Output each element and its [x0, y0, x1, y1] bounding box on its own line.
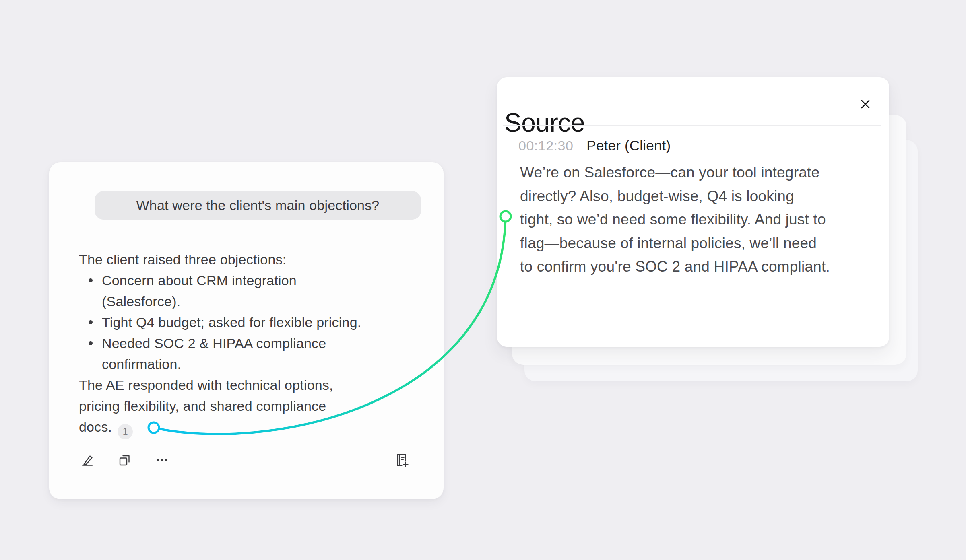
question-text: What were the client's main objections?	[136, 198, 380, 213]
answer-closing-text: The AE responded with technical options,…	[79, 377, 333, 434]
question-bubble: What were the client's main objections?	[95, 191, 421, 220]
answer-text-block: The client raised three objections: Conc…	[79, 249, 433, 439]
more-options-button[interactable]	[154, 453, 170, 469]
add-to-notes-button[interactable]	[394, 453, 410, 469]
copy-button[interactable]	[117, 453, 133, 469]
answer-bullet-item: Concern about CRM integration (Salesforc…	[79, 270, 433, 312]
timestamp: 00:12:30	[518, 138, 573, 154]
chat-answer-card: What were the client's main objections? …	[49, 162, 444, 499]
source-quote-text: We’re on Salesforce—can your tool integr…	[520, 161, 870, 279]
answer-bullet-item: Tight Q4 budget; asked for flexible pric…	[79, 312, 433, 333]
source-meta-row: 00:12:30 Peter (Client)	[518, 138, 671, 154]
citation-badge[interactable]: 1	[118, 424, 133, 439]
close-icon	[860, 99, 871, 111]
copy-icon	[118, 453, 132, 468]
pencil-icon	[81, 453, 95, 468]
close-button[interactable]	[857, 96, 874, 113]
page-background: What were the client's main objections? …	[0, 0, 966, 560]
ellipsis-icon	[155, 453, 169, 468]
edit-button[interactable]	[80, 453, 96, 469]
answer-bullet-list: Concern about CRM integration (Salesforc…	[79, 270, 433, 375]
answer-bullet-item: Needed SOC 2 & HIPAA compliance confirma…	[79, 333, 433, 375]
answer-intro: The client raised three objections:	[79, 249, 433, 270]
header-divider	[503, 125, 881, 126]
answer-toolbar	[80, 453, 410, 469]
answer-closing: The AE responded with technical options,…	[79, 375, 433, 439]
add-to-notes-icon	[394, 453, 409, 469]
source-panel: Source 00:12:30 Peter (Client) We’re on …	[497, 77, 889, 347]
source-panel-title: Source	[504, 110, 585, 136]
speaker-name: Peter (Client)	[586, 138, 671, 154]
